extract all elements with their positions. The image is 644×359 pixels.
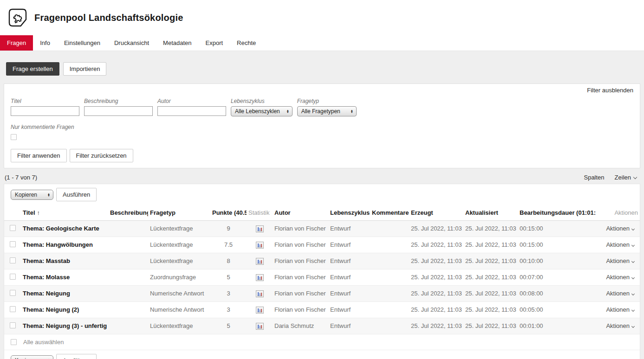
col-header-aktualisiert[interactable]: Aktualisiert bbox=[463, 205, 518, 220]
select-all-checkbox[interactable] bbox=[11, 339, 17, 345]
question-points: 8 bbox=[210, 253, 247, 269]
question-updated: 25. Jul 2022, 11:03 bbox=[463, 253, 518, 269]
question-updated: 25. Jul 2022, 11:03 bbox=[463, 237, 518, 253]
autor-filter-input[interactable] bbox=[157, 106, 226, 116]
tab-fragen[interactable]: Fragen bbox=[0, 35, 33, 51]
tab-metadaten[interactable]: Metadaten bbox=[156, 35, 198, 51]
rows-selector[interactable]: Zeilen bbox=[615, 174, 637, 181]
question-type: Numerische Antwort bbox=[148, 301, 210, 318]
col-header-punkte[interactable]: Punkte (40.5) bbox=[210, 205, 247, 220]
question-points: 9 bbox=[210, 220, 247, 237]
statistics-icon[interactable] bbox=[256, 323, 264, 330]
question-lifecycle: Entwurf bbox=[328, 253, 370, 269]
tab-rechte[interactable]: Rechte bbox=[230, 35, 263, 51]
row-actions-dropdown[interactable]: Aktionen bbox=[606, 257, 638, 264]
bulk-action-select-bottom[interactable]: Kopieren ▲▼ bbox=[11, 355, 53, 359]
tab-export[interactable]: Export bbox=[199, 35, 230, 51]
row-actions-dropdown[interactable]: Aktionen bbox=[606, 290, 638, 297]
titel-filter-label: Titel bbox=[11, 98, 79, 104]
row-actions-dropdown[interactable]: Aktionen bbox=[606, 241, 638, 248]
question-title[interactable]: Thema: Geologische Karte bbox=[21, 220, 108, 237]
filter-panel: Filter ausblenden Titel Beschreibung Aut… bbox=[4, 83, 640, 168]
titel-filter-input[interactable] bbox=[11, 106, 79, 116]
row-checkbox[interactable] bbox=[10, 322, 16, 328]
header-checkbox-spacer bbox=[4, 205, 21, 220]
select-all-row: Alle auswählen bbox=[4, 334, 640, 350]
question-title[interactable]: Thema: Neigung bbox=[21, 285, 108, 301]
question-created: 25. Jul 2022, 11:03 bbox=[409, 253, 463, 269]
col-header-statistik: Statistik bbox=[247, 205, 273, 220]
reset-filter-button[interactable]: Filter zurücksetzen bbox=[70, 149, 133, 162]
question-lifecycle: Entwurf bbox=[328, 301, 370, 318]
question-points: 3 bbox=[210, 301, 247, 318]
row-actions-dropdown[interactable]: Aktionen bbox=[606, 322, 638, 329]
statistics-icon[interactable] bbox=[256, 258, 264, 265]
result-range-top: (1 - 7 von 7) bbox=[5, 174, 37, 181]
apply-filter-button[interactable]: Filter anwenden bbox=[11, 149, 67, 162]
columns-selector[interactable]: Spalten bbox=[584, 174, 604, 181]
beschreibung-filter-input[interactable] bbox=[84, 106, 153, 116]
question-title[interactable]: Thema: Neigung (2) bbox=[21, 301, 108, 318]
hide-filter-link[interactable]: Filter ausblenden bbox=[587, 87, 633, 94]
question-title[interactable]: Thema: Masstab bbox=[21, 253, 108, 269]
beschreibung-filter-label: Beschreibung bbox=[84, 98, 153, 104]
row-actions-dropdown[interactable]: Aktionen bbox=[606, 274, 638, 281]
fragetyp-filter-label: Fragetyp bbox=[297, 98, 357, 104]
question-lifecycle: Entwurf bbox=[328, 318, 370, 334]
row-checkbox[interactable] bbox=[10, 241, 16, 247]
chevron-down-icon bbox=[631, 227, 635, 231]
row-actions-dropdown[interactable]: Aktionen bbox=[606, 225, 638, 232]
statistics-icon[interactable] bbox=[256, 290, 264, 297]
question-type: Lückentextfrage bbox=[148, 220, 210, 237]
question-points: 5 bbox=[210, 318, 247, 334]
commented-only-checkbox[interactable] bbox=[11, 134, 17, 140]
col-header-kommentare[interactable]: Kommentare bbox=[370, 205, 409, 220]
col-header-erzeugt[interactable]: Erzeugt bbox=[409, 205, 463, 220]
question-points: 3 bbox=[210, 285, 247, 301]
bulk-action-select-top[interactable]: Kopieren ▲▼ bbox=[11, 190, 53, 200]
row-checkbox[interactable] bbox=[10, 274, 16, 280]
table-header-row: Titel↑ Beschreibung Fragetyp Punkte (40.… bbox=[4, 205, 640, 220]
statistics-icon[interactable] bbox=[256, 242, 264, 249]
question-created: 25. Jul 2022, 11:03 bbox=[409, 237, 463, 253]
col-header-fragetyp[interactable]: Fragetyp bbox=[148, 205, 210, 220]
question-author: Florian von Fischer bbox=[273, 269, 328, 285]
chevron-down-icon bbox=[631, 308, 635, 312]
lebenszyklus-select[interactable]: Alle Lebenszyklen ▲▼ bbox=[231, 106, 293, 116]
fragetyp-select[interactable]: Alle Fragetypen ▲▼ bbox=[297, 106, 357, 116]
question-author: Florian von Fischer bbox=[273, 253, 328, 269]
col-header-beschreibung[interactable]: Beschreibung bbox=[108, 205, 148, 220]
row-actions-dropdown[interactable]: Aktionen bbox=[606, 306, 638, 313]
import-button[interactable]: Importieren bbox=[63, 62, 107, 76]
execute-button-top[interactable]: Ausführen bbox=[56, 188, 97, 201]
question-updated: 25. Jul 2022, 11:03 bbox=[463, 301, 518, 318]
row-checkbox[interactable] bbox=[10, 306, 16, 312]
question-author: Florian von Fischer bbox=[273, 220, 328, 237]
execute-button-bottom[interactable]: Ausführen bbox=[56, 354, 97, 359]
question-description bbox=[108, 220, 148, 237]
create-question-button[interactable]: Frage erstellen bbox=[6, 62, 59, 76]
chevron-down-icon bbox=[633, 175, 637, 179]
statistics-icon[interactable] bbox=[256, 307, 264, 314]
tab-einstellungen[interactable]: Einstellungen bbox=[57, 35, 107, 51]
col-header-autor[interactable]: Autor bbox=[273, 205, 328, 220]
col-header-bearbeitungsdauer[interactable]: Bearbeitungsdauer (01:01:00) bbox=[518, 205, 596, 220]
question-title[interactable]: Thema: Molasse bbox=[21, 269, 108, 285]
statistics-icon[interactable] bbox=[256, 225, 264, 232]
statistics-icon[interactable] bbox=[256, 274, 264, 281]
question-title[interactable]: Thema: Hangwölbungen bbox=[21, 237, 108, 253]
question-duration: 00:10:00 bbox=[518, 253, 596, 269]
row-checkbox[interactable] bbox=[10, 290, 16, 296]
tab-info[interactable]: Info bbox=[33, 35, 57, 51]
question-title[interactable]: Thema: Neigung (3) - unfertig bbox=[21, 318, 108, 334]
row-checkbox[interactable] bbox=[10, 225, 16, 231]
col-header-lebenszyklus[interactable]: Lebenszyklus bbox=[328, 205, 370, 220]
question-created: 25. Jul 2022, 11:03 bbox=[409, 301, 463, 318]
row-checkbox[interactable] bbox=[10, 257, 16, 263]
table-row: Thema: Neigung (3) - unfertig Lückentext… bbox=[4, 318, 640, 334]
chevron-down-icon bbox=[631, 244, 635, 247]
question-lifecycle: Entwurf bbox=[328, 269, 370, 285]
updown-arrows-icon: ▲▼ bbox=[47, 193, 50, 197]
col-header-titel[interactable]: Titel↑ bbox=[21, 205, 108, 220]
tab-druckansicht[interactable]: Druckansicht bbox=[107, 35, 156, 51]
